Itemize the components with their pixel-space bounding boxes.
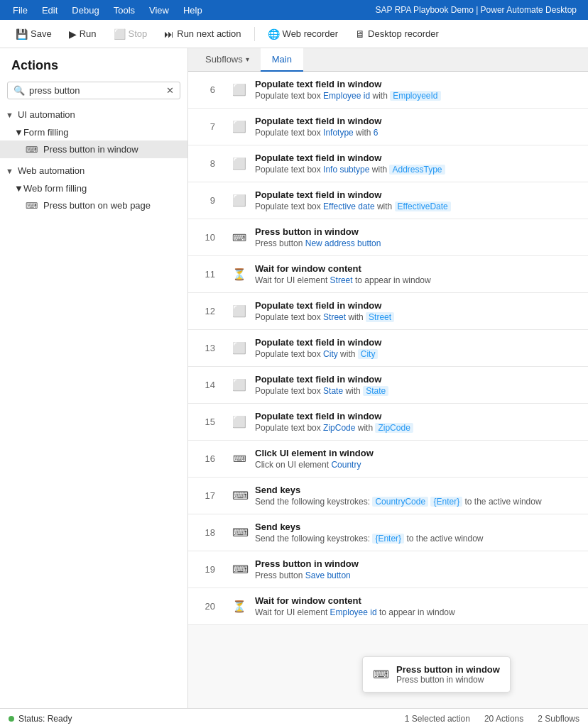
step-desc-7: Populate text box Infotype with 6	[255, 128, 579, 138]
step-content-8: ⬜ Populate text field in window Populate…	[224, 145, 588, 182]
step-desc-13: Populate text box City with City	[255, 349, 579, 359]
step-content-14: ⬜ Populate text field in window Populate…	[224, 367, 588, 403]
table-row[interactable]: 13 ⬜ Populate text field in window Popul…	[188, 330, 588, 367]
run-label: Run	[80, 28, 97, 39]
step-field-19: Save button	[305, 570, 351, 580]
run-next-button[interactable]: ⏭ Run next action	[157, 26, 248, 43]
press-button-webpage-item[interactable]: ⌨ Press button on web page	[0, 197, 187, 214]
stop-button[interactable]: ⬜ Stop	[107, 26, 155, 43]
table-row[interactable]: 9 ⬜ Populate text field in window Popula…	[188, 182, 588, 219]
table-row[interactable]: 7 ⬜ Populate text field in window Popula…	[188, 109, 588, 145]
step-number-8: 8	[188, 145, 224, 182]
web-automation-header[interactable]: ▼ Web automation	[0, 162, 187, 179]
tooltip-desc: Press button in window	[396, 675, 500, 685]
web-form-filling-section: ▼ Web form filling ⌨ Press button on web…	[0, 179, 187, 216]
table-row[interactable]: 11 ⏳ Wait for window content Wait for UI…	[188, 256, 588, 293]
form-filling-header[interactable]: ▼ Form filling	[0, 124, 187, 140]
step-desc-10: Press button New address button	[255, 238, 579, 248]
table-row[interactable]: 6 ⬜ Populate text field in window Popula…	[188, 72, 588, 109]
step-desc-19: Press button Save button	[255, 570, 579, 580]
toolbar: 💾 Save ▶ Run ⬜ Stop ⏭ Run next action 🌐 …	[0, 20, 588, 48]
web-recorder-button[interactable]: 🌐 Web recorder	[261, 26, 346, 43]
step-title-13: Populate text field in window	[255, 337, 579, 348]
table-row[interactable]: 19 ⌨ Press button in window Press button…	[188, 551, 588, 588]
window-icon-14: ⬜	[232, 378, 246, 392]
step-field-13: City	[323, 349, 338, 359]
main-layout: Actions 🔍 ✕ ▼ UI automation ▼ Form filli…	[0, 48, 588, 708]
step-number-9: 9	[188, 182, 224, 219]
menu-edit[interactable]: Edit	[35, 2, 65, 18]
search-box[interactable]: 🔍 ✕	[7, 82, 180, 99]
step-desc-15: Populate text box ZipCode with ZipCode	[255, 423, 579, 433]
web-automation-chevron: ▼	[6, 167, 13, 175]
table-row[interactable]: 18 ⌨ Send keys Send the following keystr…	[188, 514, 588, 551]
table-row[interactable]: 8 ⬜ Populate text field in window Popula…	[188, 145, 588, 182]
menu-file[interactable]: File	[6, 2, 35, 18]
table-row[interactable]: 14 ⬜ Populate text field in window Popul…	[188, 367, 588, 404]
actions-tree: ▼ UI automation ▼ Form filling ⌨ Press b…	[0, 105, 187, 708]
step-field-12: Street	[323, 312, 346, 322]
step-content-17: ⌨ Send keys Send the following keystroke…	[224, 478, 588, 514]
press-button-web-icon: ⌨	[26, 201, 38, 211]
tab-subflows-chevron: ▾	[246, 55, 249, 63]
save-button[interactable]: 💾 Save	[9, 26, 59, 43]
content-area: Subflows ▾ Main 6 ⬜ Populate text field …	[188, 48, 588, 708]
ui-automation-label: UI automation	[18, 109, 75, 120]
table-row[interactable]: 20 ⏳ Wait for window content Wait for UI…	[188, 588, 588, 625]
clear-icon[interactable]: ✕	[166, 85, 174, 96]
table-row[interactable]: 10 ⌨ Press button in window Press button…	[188, 219, 588, 256]
menu-view[interactable]: View	[142, 2, 176, 18]
step-content-20: ⏳ Wait for window content Wait for UI el…	[224, 588, 588, 624]
web-form-filling-header[interactable]: ▼ Web form filling	[0, 180, 187, 197]
step-field-17a: CountryCode	[372, 497, 428, 507]
wait-icon-20: ⏳	[232, 600, 246, 613]
menu-items: File Edit Debug Tools View Help	[6, 2, 209, 18]
step-title-19: Press button in window	[255, 558, 579, 569]
web-recorder-label: Web recorder	[283, 28, 339, 39]
status-subflows: 2 Subflows	[538, 714, 579, 724]
table-row[interactable]: 15 ⬜ Populate text field in window Popul…	[188, 404, 588, 441]
form-filling-chevron: ▼	[14, 127, 23, 138]
table-row[interactable]: 17 ⌨ Send keys Send the following keystr…	[188, 478, 588, 514]
save-label: Save	[31, 28, 52, 39]
stop-icon: ⬜	[114, 28, 126, 40]
status-selected: 1 Selected action	[405, 714, 470, 724]
button-icon-10: ⌨	[232, 232, 246, 243]
tab-main[interactable]: Main	[261, 48, 303, 72]
press-button-window-item[interactable]: ⌨ Press button in window	[0, 140, 187, 158]
step-content-9: ⬜ Populate text field in window Populate…	[224, 182, 588, 219]
step-title-18: Send keys	[255, 522, 579, 532]
table-row[interactable]: 16 ⌨ Click UI element in window Click on…	[188, 441, 588, 478]
run-button[interactable]: ▶ Run	[62, 26, 104, 43]
step-field-15: ZipCode	[323, 423, 355, 433]
form-filling-section: ▼ Form filling ⌨ Press button in window	[0, 123, 187, 160]
step-field-10: New address button	[305, 238, 381, 248]
window-icon-7: ⬜	[232, 120, 246, 133]
tab-subflows[interactable]: Subflows ▾	[194, 48, 261, 72]
menu-debug[interactable]: Debug	[65, 2, 106, 18]
window-icon-13: ⬜	[232, 341, 246, 355]
search-input[interactable]	[29, 85, 166, 96]
step-value-13: City	[358, 349, 379, 359]
step-title-15: Populate text field in window	[255, 411, 579, 421]
web-form-filling-label: Web form filling	[23, 183, 87, 194]
status-bar: Status: Ready 1 Selected action 20 Actio…	[0, 708, 588, 728]
status-left: Status: Ready	[9, 714, 72, 724]
search-icon: 🔍	[13, 85, 25, 96]
step-content-13: ⬜ Populate text field in window Populate…	[224, 330, 588, 366]
step-details-14: Populate text field in window Populate t…	[255, 374, 579, 396]
menu-tools[interactable]: Tools	[107, 2, 142, 18]
table-row[interactable]: 12 ⬜ Populate text field in window Popul…	[188, 293, 588, 330]
step-field-8: Info subtype	[323, 165, 369, 175]
step-number-12: 12	[188, 293, 224, 329]
step-details-8: Populate text field in window Populate t…	[255, 153, 579, 175]
menu-help[interactable]: Help	[176, 2, 209, 18]
desktop-recorder-button[interactable]: 🖥 Desktop recorder	[348, 26, 446, 43]
step-desc-11: Wait for UI element Street to appear in …	[255, 275, 579, 285]
step-content-18: ⌨ Send keys Send the following keystroke…	[224, 514, 588, 551]
step-field-9: Effective date	[323, 202, 375, 211]
step-field-14: State	[323, 386, 343, 396]
step-desc-20: Wait for UI element Employee id to appea…	[255, 607, 579, 617]
ui-automation-header[interactable]: ▼ UI automation	[0, 106, 187, 123]
step-number-7: 7	[188, 109, 224, 145]
